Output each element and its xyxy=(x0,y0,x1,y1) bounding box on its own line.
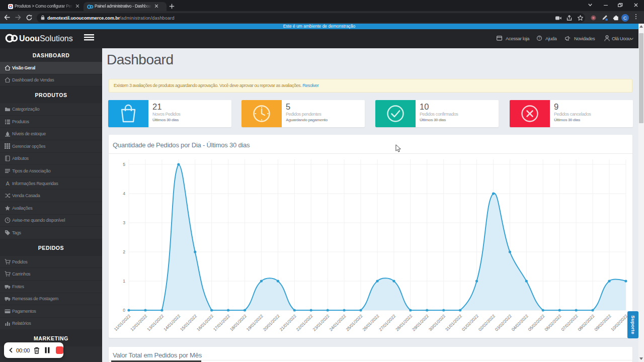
svg-text:30/01/2022: 30/01/2022 xyxy=(428,313,446,332)
svg-text:07/02/2022: 07/02/2022 xyxy=(560,313,579,332)
svg-text:03/02/2022: 03/02/2022 xyxy=(494,313,513,332)
svg-text:04/02/2022: 04/02/2022 xyxy=(511,313,529,332)
svg-text:29/01/2022: 29/01/2022 xyxy=(411,313,430,332)
svg-text:3: 3 xyxy=(123,220,125,225)
svg-text:23/01/2022: 23/01/2022 xyxy=(311,313,330,332)
svg-text:20/01/2022: 20/01/2022 xyxy=(262,313,281,332)
svg-text:14/01/2022: 14/01/2022 xyxy=(163,313,181,332)
svg-text:15/01/2022: 15/01/2022 xyxy=(179,313,198,332)
svg-text:24/01/2022: 24/01/2022 xyxy=(328,313,347,332)
svg-text:26/01/2022: 26/01/2022 xyxy=(361,313,380,332)
svg-text:31/01/2022: 31/01/2022 xyxy=(444,313,463,332)
svg-text:01/02/2022: 01/02/2022 xyxy=(461,313,479,332)
svg-text:A: A xyxy=(6,180,10,187)
svg-text:22/01/2022: 22/01/2022 xyxy=(295,313,313,332)
svg-text:12/01/2022: 12/01/2022 xyxy=(129,313,148,332)
svg-text:02/02/2022: 02/02/2022 xyxy=(477,313,496,332)
svg-text:5: 5 xyxy=(123,162,125,167)
svg-text:4: 4 xyxy=(123,191,125,196)
svg-text:05/02/2022: 05/02/2022 xyxy=(527,313,545,332)
svg-text:08/02/2022: 08/02/2022 xyxy=(577,313,595,332)
svg-text:0: 0 xyxy=(123,308,125,313)
svg-text:11/01/2022: 11/01/2022 xyxy=(113,313,132,332)
svg-text:25/01/2022: 25/01/2022 xyxy=(345,313,363,332)
svg-text:18/01/2022: 18/01/2022 xyxy=(229,313,248,332)
svg-text:28/01/2022: 28/01/2022 xyxy=(394,313,413,332)
svg-text:13/01/2022: 13/01/2022 xyxy=(146,313,165,332)
svg-text:2: 2 xyxy=(123,249,125,254)
svg-text:06/02/2022: 06/02/2022 xyxy=(543,313,562,332)
svg-text:09/02/2022: 09/02/2022 xyxy=(593,313,612,332)
svg-text:17/01/2022: 17/01/2022 xyxy=(212,313,231,332)
svg-text:1: 1 xyxy=(123,279,125,284)
svg-text:16/01/2022: 16/01/2022 xyxy=(196,313,214,332)
svg-text:21/01/2022: 21/01/2022 xyxy=(279,313,297,332)
svg-text:27/01/2022: 27/01/2022 xyxy=(378,313,396,332)
svg-text:?: ? xyxy=(538,36,540,40)
svg-text:19/01/2022: 19/01/2022 xyxy=(246,313,264,332)
svg-text:10/02/2022: 10/02/2022 xyxy=(610,313,628,332)
